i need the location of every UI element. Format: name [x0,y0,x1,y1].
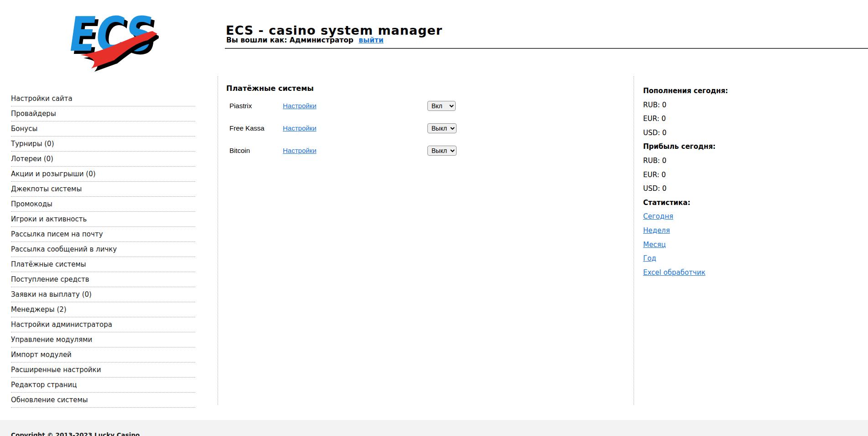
payment-settings-link[interactable]: Настройки [283,102,427,110]
deposits-heading: Пополнения сегодня: [643,85,771,99]
deposit-value: EUR: 0 [643,113,771,127]
sidebar-menu-item[interactable]: Бонусы [11,121,195,137]
stats-link-row: Сегодня [643,210,771,225]
ecs-logo: ECS ECS [63,8,159,72]
login-status: Вы вошли как: Администратор выйти [226,36,384,44]
stats-link[interactable]: Сегодня [643,212,673,221]
copyright-text: Copyright © 2013-2023 Lucky Casino [11,431,868,436]
deposits-values: RUB: 0EUR: 0USD: 0 [643,99,771,141]
sidebar-menu-item[interactable]: Джекпоты системы [11,182,195,197]
sidebar-menu-item[interactable]: Импорт модулей [11,347,195,362]
right-content-divider [634,76,634,405]
payment-name: Piastrix [229,102,283,110]
sidebar-menu-item[interactable]: Провайдеры [11,106,195,121]
sidebar-menu-item[interactable]: Промокоды [11,197,195,212]
payment-status-cell: Выкл [427,146,485,156]
profit-value: USD: 0 [643,183,771,197]
sidebar-menu-item[interactable]: Рассылка писем на почту [11,227,195,242]
left-content-divider [218,76,218,405]
sidebar-menu-item[interactable]: Акции и розыгрыши (0) [11,167,195,182]
payment-status-cell: Вкл [427,101,485,111]
stats-link-row: Excel обработчик [643,267,771,281]
sidebar-menu-item[interactable]: Рассылка сообщений в личку [11,242,195,257]
deposit-value: USD: 0 [643,127,771,141]
stats-links: СегодняНеделяМесяцГодExcel обработчик [643,210,771,280]
sidebar-menu-item[interactable]: Поступление средств [11,272,195,287]
sidebar-menu-item[interactable]: Игроки и активность [11,212,195,227]
deposit-value: RUB: 0 [643,99,771,113]
payment-status-select[interactable]: Выкл [427,123,457,133]
payment-settings-link[interactable]: Настройки [283,124,427,132]
profit-values: RUB: 0EUR: 0USD: 0 [643,155,771,197]
admin-page: ECS ECS ECS - casino system manager Вы в… [0,0,868,436]
stats-heading: Статистика: [643,197,771,211]
ecs-logo-image: ECS ECS [63,8,159,72]
logout-link[interactable]: выйти [359,36,384,44]
stats-link[interactable]: Год [643,254,656,263]
payments-list: Piastrix Настройки Вкл Free Kassa Настро… [229,99,485,166]
sidebar-menu-item[interactable]: Заявки на выплату (0) [11,287,195,302]
payment-name: Bitcoin [229,147,283,154]
payment-settings-link[interactable]: Настройки [283,147,427,154]
stats-link-row: Год [643,252,771,267]
payment-row: Free Kassa Настройки Выкл [229,121,485,135]
payment-name: Free Kassa [229,124,283,132]
stats-link[interactable]: Месяц [643,241,666,249]
profit-value: RUB: 0 [643,155,771,169]
sidebar-menu-item[interactable]: Редактор страниц [11,378,195,393]
page-title: ECS - casino system manager [226,23,442,37]
sidebar-menu: Настройки сайта Провайдеры Бонусы Турнир… [11,91,195,408]
sidebar-menu-item[interactable]: Расширенные настройки [11,362,195,378]
sidebar-menu-item[interactable]: Управление модулями [11,332,195,347]
stats-link-row: Неделя [643,225,771,239]
payment-row: Piastrix Настройки Вкл [229,99,485,113]
profit-value: EUR: 0 [643,169,771,183]
stats-link[interactable]: Неделя [643,226,670,235]
stats-panel: Пополнения сегодня: RUB: 0EUR: 0USD: 0 П… [643,85,771,280]
sidebar-menu-item[interactable]: Турниры (0) [11,137,195,152]
sidebar-menu-item[interactable]: Платёжные системы [11,257,195,272]
footer: Copyright © 2013-2023 Lucky Casino [0,420,868,436]
sidebar-menu-item[interactable]: Менеджеры (2) [11,302,195,317]
stats-link-row: Месяц [643,239,771,253]
sidebar-menu-item[interactable]: Настройки сайта [11,91,195,106]
payment-status-select[interactable]: Выкл [427,146,457,156]
profit-heading: Прибыль сегодня: [643,141,771,155]
payment-status-select[interactable]: Вкл [427,101,456,111]
sidebar-menu-item[interactable]: Обновление системы [11,393,195,408]
header-divider [225,48,868,49]
payment-status-cell: Выкл [427,123,485,133]
stats-link[interactable]: Excel обработчик [643,268,705,277]
payment-row: Bitcoin Настройки Выкл [229,143,485,158]
payments-heading: Платёжные системы [226,84,314,93]
sidebar-menu-item[interactable]: Настройки администратора [11,317,195,332]
sidebar-menu-item[interactable]: Лотереи (0) [11,152,195,167]
login-status-text: Вы вошли как: Администратор [226,36,353,44]
